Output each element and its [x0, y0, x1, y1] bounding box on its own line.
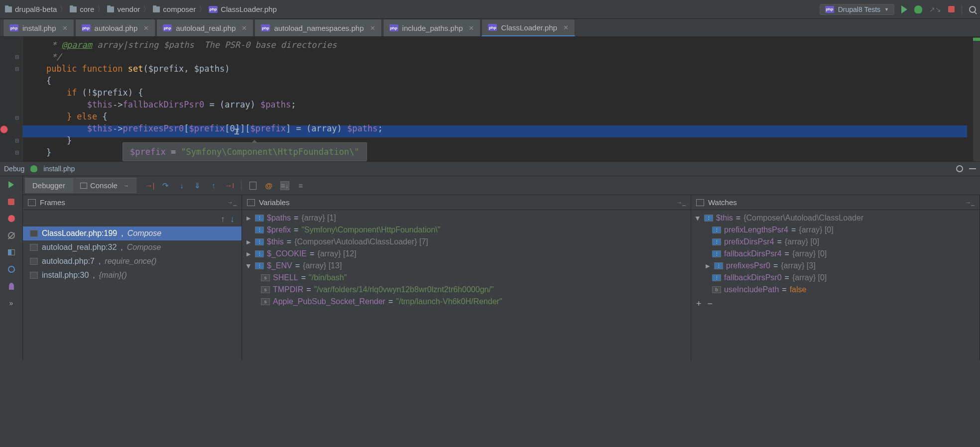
sort-icon[interactable]: ≡↓	[280, 181, 289, 190]
at-icon[interactable]: @	[264, 181, 273, 190]
var-row[interactable]: sApple_PubSub_Socket_Render = "/tmp/laun…	[242, 296, 691, 308]
field-icon: b	[712, 286, 721, 293]
frame-down-icon[interactable]: ↓	[230, 214, 235, 224]
array-icon: ⋮	[714, 262, 723, 269]
folder-icon	[153, 6, 160, 12]
gutter[interactable]: ⊟ ⊟ ⊟ ⊟ ⊟	[0, 37, 23, 161]
force-step-into-icon[interactable]: ⇓	[193, 181, 202, 190]
expand-icon[interactable]: ▶	[245, 251, 252, 257]
fold-mark[interactable]: ⊟	[14, 54, 20, 60]
expand-icon[interactable]: ▶	[704, 263, 711, 269]
debug-icon[interactable]	[914, 5, 922, 13]
run-icon[interactable]	[901, 5, 907, 13]
mute-breakpoints-icon[interactable]	[7, 231, 16, 240]
watch-row[interactable]: ⋮fallbackDirsPsr4 = {array} [0]	[691, 248, 980, 260]
evaluate-icon[interactable]	[248, 181, 257, 190]
dropdown-icon[interactable]: →⎯	[965, 199, 975, 206]
var-row[interactable]: ⋮$prefix = "Symfony\Component\HttpFounda…	[242, 224, 691, 236]
var-row[interactable]: ▶⋮$_ENV = {array} [13]	[242, 260, 691, 272]
code-area[interactable]: * @param array|string $paths The PSR-0 b…	[23, 37, 980, 161]
coverage-icon[interactable]: ↗↘	[929, 5, 941, 13]
breadcrumb-sep: 〉	[199, 5, 206, 14]
file-icon	[30, 230, 38, 237]
close-icon[interactable]: ✕	[143, 24, 149, 32]
editor-tab[interactable]: phpinclude_paths.php✕	[383, 19, 481, 36]
close-icon[interactable]: ✕	[242, 24, 247, 32]
breadcrumb-item[interactable]: composer	[152, 5, 197, 13]
breakpoint-icon[interactable]	[0, 125, 8, 133]
close-icon[interactable]: ✕	[62, 24, 68, 32]
watch-row[interactable]: ⋮prefixDirsPsr4 = {array} [0]	[691, 236, 980, 248]
add-watch-icon[interactable]: +	[696, 299, 702, 309]
frame-item[interactable]: autoload_real.php:32, Compose	[23, 240, 242, 254]
close-icon[interactable]: ✕	[469, 24, 474, 32]
editor-tab[interactable]: phpautoload_namespaces.php✕	[254, 19, 381, 36]
breadcrumb-item[interactable]: core	[69, 5, 95, 13]
dropdown-icon[interactable]: →⎯	[676, 199, 686, 206]
step-out-icon[interactable]: ↑	[209, 181, 218, 190]
more-icon[interactable]: »	[7, 299, 16, 308]
watch-row[interactable]: ⋮fallbackDirsPsr0 = {array} [0]	[691, 272, 980, 284]
frame-up-icon[interactable]: ↑	[221, 214, 225, 224]
breadcrumb-item[interactable]: vendor	[106, 5, 141, 13]
var-row[interactable]: sSHELL = "/bin/bash"	[242, 272, 691, 284]
variables-header: Variables →⎯	[242, 195, 691, 210]
search-icon[interactable]	[969, 6, 976, 13]
watch-row[interactable]: ▶⋮prefixesPsr0 = {array} [3]	[691, 260, 980, 272]
sort-alt-icon[interactable]: ≡	[296, 181, 305, 190]
var-row[interactable]: sTMPDIR = "/var/folders/14/rlq0vwyn12b8w…	[242, 284, 691, 296]
expand-icon[interactable]: ▶	[245, 239, 252, 245]
run-config-select[interactable]: php Drupal8 Tests ▼	[820, 4, 894, 15]
breakpoints-icon[interactable]	[7, 214, 16, 223]
frame-item[interactable]: ClassLoader.php:199, Compose	[23, 226, 242, 240]
debug-main: Debugger Console→ →| ↷ ↓ ⇓ ↑ →I @ ≡↓ ≡ F…	[23, 176, 980, 360]
var-row[interactable]: ▶⋮$_COOKIE = {array} [12]	[242, 248, 691, 260]
var-row[interactable]: ▶⋮$this = {Composer\Autoload\ClassLoader…	[242, 236, 691, 248]
breadcrumb-item[interactable]: drupal8-beta	[4, 5, 58, 13]
debug-panels: Frames →⎯ ↑ ↓ ClassLoader.php:199, Compo…	[23, 195, 980, 360]
console-tab[interactable]: Console→	[73, 178, 136, 193]
stop-icon[interactable]	[7, 197, 16, 206]
debugger-tab[interactable]: Debugger	[25, 178, 73, 193]
watch-row[interactable]: ▶⋮$this = {Composer\Autoload\ClassLoader	[691, 212, 980, 224]
breadcrumb-item[interactable]: phpClassLoader.php	[208, 5, 278, 13]
frame-item[interactable]: install.php:30, {main}()	[23, 268, 242, 282]
var-row[interactable]: ▶⋮$paths = {array} [1]	[242, 212, 691, 224]
fold-mark[interactable]: ⊟	[14, 114, 20, 120]
gear-icon[interactable]	[956, 165, 963, 172]
editor-tab[interactable]: phpautoload.php✕	[75, 19, 156, 36]
fold-mark[interactable]: ⊟	[14, 66, 20, 72]
fold-mark[interactable]: ⊟	[14, 137, 20, 143]
step-into-icon[interactable]: ↓	[177, 181, 186, 190]
remove-watch-icon[interactable]: −	[708, 299, 713, 309]
stop-icon[interactable]	[948, 6, 955, 12]
pin-icon[interactable]	[7, 282, 16, 291]
watch-row[interactable]: buseIncludePath = false	[691, 284, 980, 296]
dropdown-icon[interactable]: →⎯	[227, 199, 237, 206]
minimize-icon[interactable]	[969, 168, 976, 169]
run-to-cursor-icon[interactable]: →I	[225, 181, 234, 190]
frame-item[interactable]: autoload.php:7, require_once()	[23, 254, 242, 268]
watches-header: Watches →⎯	[691, 195, 980, 210]
file-icon	[30, 258, 38, 265]
editor-tab[interactable]: phpautoload_real.php✕	[156, 19, 253, 36]
debug-session-file: install.php	[43, 165, 75, 173]
close-icon[interactable]: ✕	[370, 24, 375, 32]
fold-mark[interactable]: ⊟	[14, 149, 20, 155]
step-over-icon[interactable]: ↷	[161, 181, 170, 190]
close-icon[interactable]: ✕	[563, 24, 569, 31]
array-icon: ⋮	[255, 215, 264, 222]
variables-panel: Variables →⎯ ▶⋮$paths = {array} [1] ⋮$pr…	[242, 195, 691, 360]
editor[interactable]: ⊟ ⊟ ⊟ ⊟ ⊟ * @param array|string $paths T…	[0, 37, 980, 161]
collapse-icon[interactable]: ▶	[695, 215, 701, 222]
layout-icon[interactable]	[7, 248, 16, 257]
expand-icon[interactable]: ▶	[245, 215, 252, 222]
editor-tab[interactable]: phpinstall.php✕	[3, 19, 74, 36]
editor-tab[interactable]: phpClassLoader.php✕	[482, 19, 575, 36]
collapse-icon[interactable]: ▶	[245, 262, 252, 269]
frames-header: Frames →⎯	[23, 195, 242, 210]
settings-icon[interactable]	[7, 265, 16, 274]
resume-icon[interactable]	[7, 180, 16, 189]
show-execution-icon[interactable]: →|	[145, 181, 154, 190]
watch-row[interactable]: ⋮prefixLengthsPsr4 = {array} [0]	[691, 224, 980, 236]
